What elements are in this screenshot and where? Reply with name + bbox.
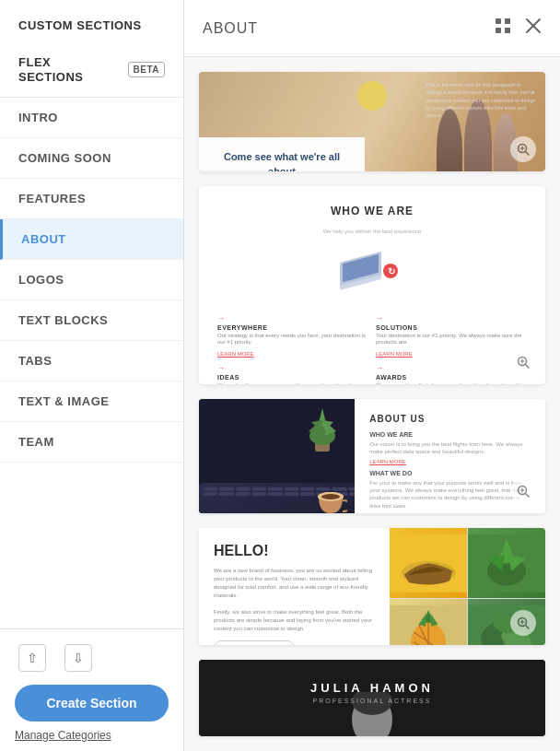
cards-container: Come see what we're all about This is th… xyxy=(184,57,560,751)
custom-sections-section: CUSTOM SECTIONS xyxy=(0,0,183,42)
card4-left-panel: HELLO! We are a new brand of business, y… xyxy=(199,528,390,645)
svg-line-7 xyxy=(526,151,530,155)
sidebar-item-logos[interactable]: LOGOS xyxy=(0,260,183,300)
main-title: ABOUT xyxy=(203,20,258,37)
flex-sections-title: FLEX SECTIONS xyxy=(18,55,119,84)
card4-hello-text: HELLO! xyxy=(214,543,375,559)
card2-title: WHO WE ARE xyxy=(217,205,527,217)
header-icons xyxy=(494,17,542,40)
main-content: ABOUT xyxy=(184,0,560,751)
svg-rect-1 xyxy=(505,18,510,24)
svg-line-16 xyxy=(526,364,530,368)
card2-inner: WHO WE ARE We help you deliver the best … xyxy=(199,186,545,384)
svg-rect-3 xyxy=(505,28,510,33)
card3-link-2[interactable]: LEARN MORE xyxy=(369,512,531,513)
close-icon[interactable] xyxy=(525,18,542,39)
card5-name: JULIA HAMON xyxy=(310,681,434,695)
sidebar-item-team[interactable]: TEAM xyxy=(0,422,183,463)
card2-grid: → EVERYWHERE Our strategy is that every … xyxy=(217,314,527,384)
plant-image xyxy=(468,528,545,599)
svg-rect-0 xyxy=(496,18,501,24)
zoom-icon-2[interactable] xyxy=(510,349,536,375)
card-hello-collection[interactable]: HELLO! We are a new brand of business, y… xyxy=(199,528,545,645)
sidebar-bottom: ⇧ ⇩ Create Section Manage Categories xyxy=(0,628,183,751)
card3-left-panel xyxy=(199,399,355,513)
card5-subtitle: PROFESSIONAL ACTRESS xyxy=(310,698,434,704)
card2-item-solutions: → SOLUTIONS Your destination is our #1 p… xyxy=(376,314,527,358)
card-who-we-are[interactable]: WHO WE ARE We help you deliver the best … xyxy=(199,186,545,384)
card2-item-awards: → AWARDS Shows your brand's industry awa… xyxy=(376,364,527,384)
card1-inner: Come see what we're all about This is th… xyxy=(199,72,545,171)
sidebar-item-features[interactable]: FEATURES xyxy=(0,179,183,219)
flex-sections-section: FLEX SECTIONS BETA xyxy=(0,42,183,98)
zoom-icon-1[interactable] xyxy=(510,136,536,162)
shoes-image xyxy=(390,528,467,599)
card3-inner: ABOUT US WHO WE ARE Our vision is to bri… xyxy=(199,399,545,513)
sidebar-item-intro[interactable]: INTRO xyxy=(0,98,183,138)
card2-subtitle: We help you deliver the best experience xyxy=(217,229,527,234)
scroll-up-button[interactable]: ⇧ xyxy=(18,644,46,672)
svg-line-30 xyxy=(526,493,530,497)
card3-what-label: WHAT WE DO xyxy=(369,470,531,476)
sidebar-item-text-image[interactable]: TEXT & IMAGE xyxy=(0,381,183,422)
card3-who-text: Our vision is to bring you the best flig… xyxy=(369,440,531,456)
card4-body-text: We are a new brand of business, you are … xyxy=(214,567,375,633)
sidebar-nav: INTRO COMING SOON FEATURES ABOUT LOGOS T… xyxy=(0,98,183,628)
card5-inner: JULIA HAMON PROFESSIONAL ACTRESS xyxy=(199,660,545,736)
card2-item-ideas: → IDEAS We work with you to come up with… xyxy=(217,364,368,384)
card3-title: ABOUT US xyxy=(369,414,531,424)
coffee-icon xyxy=(315,487,347,513)
nav-arrows: ⇧ ⇩ xyxy=(15,640,92,679)
zoom-icon-3[interactable] xyxy=(510,478,536,504)
beta-badge: BETA xyxy=(128,62,165,77)
sidebar-item-text-blocks[interactable]: TEXT BLOCKS xyxy=(0,300,183,341)
pineapple-image xyxy=(390,599,467,645)
card1-subtext: This is the demo view for this paragraph… xyxy=(426,81,536,119)
sidebar: CUSTOM SECTIONS FLEX SECTIONS BETA INTRO… xyxy=(0,0,184,751)
card3-what-text: For your to make any that your purpose w… xyxy=(369,479,531,510)
card3-link-1[interactable]: LEARN MORE xyxy=(369,459,531,464)
card-julia-hamon[interactable]: JULIA HAMON PROFESSIONAL ACTRESS xyxy=(199,660,545,736)
svg-text:↻: ↻ xyxy=(388,266,395,276)
sidebar-item-tabs[interactable]: TABS xyxy=(0,341,183,381)
card2-illustration: ↻ xyxy=(326,243,418,303)
create-section-button[interactable]: Create Section xyxy=(15,685,169,722)
scroll-down-button[interactable]: ⇩ xyxy=(64,644,92,672)
svg-rect-2 xyxy=(496,28,501,33)
card-hero-image[interactable]: Come see what we're all about This is th… xyxy=(199,72,545,171)
manage-categories-link[interactable]: Manage Categories xyxy=(15,727,111,744)
card4-inner: HELLO! We are a new brand of business, y… xyxy=(199,528,545,645)
sidebar-item-about[interactable]: ABOUT xyxy=(0,219,183,260)
grid-icon[interactable] xyxy=(494,17,512,40)
card2-item-everywhere: → EVERYWHERE Our strategy is that every … xyxy=(217,314,368,358)
card1-headline: Come see what we're all about xyxy=(216,150,348,170)
card-about-us-dark[interactable]: ABOUT US WHO WE ARE Our vision is to bri… xyxy=(199,399,545,513)
sidebar-item-coming-soon[interactable]: COMING SOON xyxy=(0,138,183,179)
svg-point-28 xyxy=(321,494,340,499)
card4-cta-button[interactable]: SEE THE COLLECTION xyxy=(214,640,295,645)
svg-line-54 xyxy=(526,626,530,629)
main-header: ABOUT xyxy=(184,0,560,57)
card3-who-label: WHO WE ARE xyxy=(369,431,531,438)
plant-icon xyxy=(304,404,341,454)
custom-sections-title: CUSTOM SECTIONS xyxy=(18,18,142,32)
